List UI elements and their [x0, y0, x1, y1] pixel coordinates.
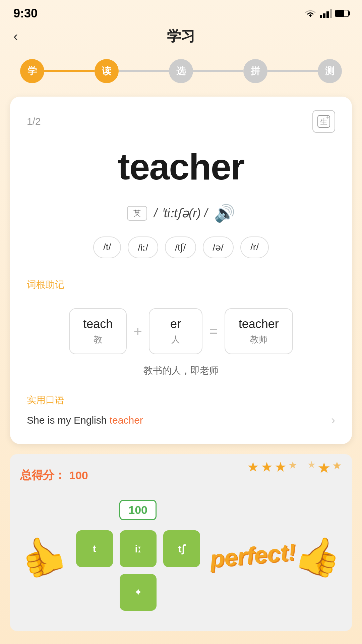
page-title: 学习 — [167, 27, 195, 46]
step-pin[interactable]: 拼 — [243, 59, 267, 83]
main-card: 1/2 生 + teacher 英 / ˈtiːtʃə(r) / 🔊 /t/ /… — [10, 97, 352, 444]
score-number-badge: 100 — [119, 500, 157, 520]
phoneme-box-schwa: ✦ — [120, 574, 157, 611]
word-display: teacher — [27, 146, 335, 187]
phoneme-pill-1[interactable]: /iː/ — [128, 236, 158, 258]
word-desc: 教书的人，即老师 — [27, 364, 335, 377]
phoneme-pill-2[interactable]: /tʃ/ — [165, 236, 196, 258]
thumbs-left-icon: 👍 — [16, 532, 70, 579]
svg-marker-0 — [309, 14, 312, 17]
word-part-teach: teach 教 — [69, 308, 127, 354]
perfect-container: perfect! — [210, 542, 296, 569]
star-7: ★ — [332, 459, 342, 476]
card-header: 1/2 生 + — [27, 110, 335, 133]
speaker-icon: 🔊 — [214, 204, 235, 223]
phoneme-pill-4[interactable]: /r/ — [240, 236, 269, 258]
score-center: 100 t iː tʃ ✦ — [66, 500, 210, 611]
phoneme-box-tsh: tʃ — [163, 530, 200, 567]
status-bar: 9:30 — [0, 0, 362, 23]
practical-section-label: 实用口语 — [27, 394, 335, 407]
operator-plus: + — [133, 323, 142, 340]
svg-text:+: + — [326, 114, 330, 121]
star-4: ★ — [288, 459, 297, 476]
phonetic-text: / ˈtiːtʃə(r) / — [154, 206, 207, 220]
svg-rect-1 — [320, 15, 322, 18]
status-time: 9:30 — [13, 6, 38, 20]
star-1: ★ — [247, 459, 259, 476]
score-label: 总得分： — [20, 468, 66, 483]
speaker-button[interactable]: 🔊 — [214, 204, 235, 223]
phoneme-pill-0[interactable]: /t/ — [93, 236, 121, 258]
step-ce[interactable]: 测 — [318, 59, 342, 83]
star-5: ★ — [307, 459, 316, 476]
word-build: teach 教 + er 人 = teacher 教师 — [27, 308, 335, 354]
word-part-teacher: teacher 教师 — [225, 308, 293, 354]
step-xuan[interactable]: 选 — [169, 59, 193, 83]
step-line-4 — [267, 70, 318, 72]
score-overlay: ★ ★ ★ ★ ★ ★ ★ 总得分： 100 👍 100 t iː — [10, 454, 352, 631]
battery-icon — [335, 10, 349, 17]
phoneme-row: /t/ /iː/ /tʃ/ /ə/ /r/ — [27, 236, 335, 258]
example-row: She is my English teacher › — [27, 413, 335, 427]
example-highlight: teacher — [110, 415, 143, 426]
en-badge: 英 — [127, 206, 147, 221]
root-section-label: 词根助记 — [27, 278, 335, 298]
step-xue[interactable]: 学 — [20, 59, 44, 83]
score-main-content: 👍 100 t iː tʃ ✦ perfect! — [20, 493, 342, 618]
stars-decoration: ★ ★ ★ ★ ★ ★ ★ — [247, 459, 342, 476]
thumbs-right-icon: 👍 — [292, 532, 346, 579]
header: ‹ 学习 — [0, 23, 362, 52]
word-part-teacher-bottom: 教师 — [239, 334, 279, 345]
add-word-icon: 生 + — [316, 114, 331, 129]
operator-equals: = — [209, 323, 218, 340]
signal-icon — [320, 9, 332, 18]
bottom-bar: 🔊 👍 — [0, 641, 362, 644]
star-3: ★ — [275, 459, 287, 476]
phoneme-pill-3[interactable]: /ə/ — [203, 236, 234, 258]
step-du[interactable]: 读 — [95, 59, 119, 83]
svg-rect-4 — [330, 9, 332, 18]
wifi-icon — [304, 9, 316, 18]
word-part-er: er 人 — [149, 308, 202, 354]
word-part-er-bottom: 人 — [163, 334, 188, 345]
word-part-teacher-top: teacher — [239, 317, 279, 331]
status-icons — [304, 9, 349, 18]
step-line-1 — [44, 70, 95, 72]
phoneme-box-t: t — [76, 530, 113, 567]
word-part-teach-top: teach — [83, 317, 113, 331]
back-button[interactable]: ‹ — [13, 30, 18, 43]
step-line-2 — [119, 70, 169, 72]
phonetic-row: 英 / ˈtiːtʃə(r) / 🔊 — [27, 204, 335, 223]
phoneme-boxes: t iː tʃ ✦ — [66, 530, 210, 611]
star-6: ★ — [317, 459, 330, 476]
add-word-button[interactable]: 生 + — [312, 110, 335, 133]
word-part-er-top: er — [163, 317, 188, 331]
svg-rect-2 — [323, 13, 325, 18]
card-progress: 1/2 — [27, 116, 41, 127]
svg-rect-3 — [326, 11, 329, 18]
progress-steps: 学 读 选 拼 测 — [0, 52, 362, 97]
phoneme-box-ii: iː — [120, 530, 157, 567]
score-value: 100 — [69, 469, 88, 482]
example-text: She is my English teacher — [27, 415, 143, 426]
word-part-teach-bottom: 教 — [83, 334, 113, 345]
star-2: ★ — [261, 459, 273, 476]
perfect-text: perfect! — [209, 538, 297, 572]
word-text: teacher — [118, 146, 244, 187]
chevron-right-icon: › — [331, 413, 335, 427]
step-line-3 — [193, 70, 243, 72]
